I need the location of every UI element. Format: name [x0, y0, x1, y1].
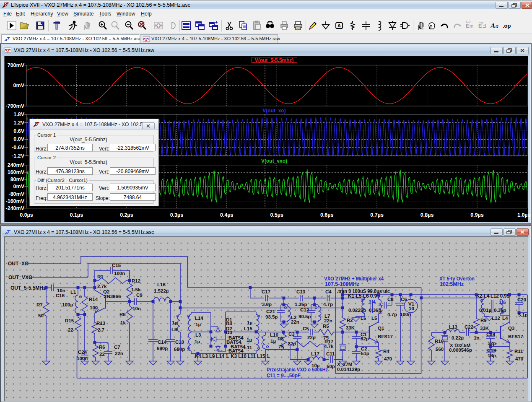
svg-text:1µ: 1µ	[195, 339, 200, 344]
svg-text:0.0225p: 0.0225p	[348, 308, 366, 313]
svg-text:R2: R2	[347, 318, 353, 323]
svg-text:C13: C13	[296, 289, 305, 294]
svg-text:1k: 1k	[120, 320, 126, 325]
svg-text:75: 75	[278, 344, 284, 349]
svg-text:.tran 0 100uS 99.0us uic: .tran 0 100uS 99.0us uic	[337, 288, 390, 294]
svg-text:50: 50	[38, 313, 44, 318]
svg-text:C9: C9	[136, 293, 143, 298]
svg-text:C15: C15	[112, 263, 121, 268]
svg-text:5.1p: 5.1p	[518, 312, 528, 317]
svg-text:L11: L11	[244, 345, 252, 350]
svg-text:10: 10	[409, 306, 414, 311]
svg-text:680p: 680p	[174, 347, 185, 352]
svg-text:C3: C3	[288, 332, 295, 337]
svg-text:C14: C14	[158, 340, 167, 345]
svg-text:22p: 22p	[307, 335, 316, 340]
svg-text:XT 5-ty Overton: XT 5-ty Overton	[439, 276, 475, 282]
svg-text:1µ: 1µ	[172, 320, 177, 325]
svg-text:10n: 10n	[132, 306, 141, 311]
svg-text:C8: C8	[387, 297, 394, 302]
svg-text:R6: R6	[99, 345, 105, 350]
svg-text:22: 22	[68, 327, 73, 332]
svg-text:C12: C12	[300, 307, 309, 312]
svg-text:107.5-108MHz: 107.5-108MHz	[325, 281, 359, 287]
svg-text:51p: 51p	[361, 351, 369, 356]
svg-text:560: 560	[436, 347, 444, 352]
svg-text:Q1: Q1	[378, 326, 384, 331]
svg-text:BFS17: BFS17	[378, 334, 393, 339]
svg-text:OUT_XO: OUT_XO	[8, 261, 29, 267]
svg-text:10n: 10n	[57, 288, 65, 293]
svg-text:3.6p: 3.6p	[262, 302, 272, 307]
svg-text:R7: R7	[36, 302, 43, 307]
svg-text:2.7k: 2.7k	[97, 284, 107, 289]
svg-text:L3: L3	[195, 332, 201, 337]
svg-text:C22: C22	[465, 324, 473, 329]
svg-text:R13: R13	[96, 321, 105, 326]
svg-text:C24: C24	[78, 350, 87, 355]
svg-text:L5: L5	[371, 316, 377, 321]
svg-text:C18: C18	[486, 332, 496, 337]
svg-text:0.36p: 0.36p	[369, 308, 381, 313]
svg-text:R3: R3	[278, 336, 284, 341]
svg-text:L1: L1	[70, 290, 76, 295]
svg-text:L15: L15	[244, 326, 252, 331]
svg-text:1µ: 1µ	[270, 339, 276, 344]
svg-text:1.35p: 1.35p	[295, 302, 307, 307]
svg-text:100n: 100n	[77, 356, 88, 361]
svg-text:L13: L13	[449, 324, 457, 329]
svg-text:Q3: Q3	[508, 326, 514, 331]
svg-text:1.522µ: 1.522µ	[154, 288, 169, 293]
svg-text:22n: 22n	[115, 351, 123, 356]
svg-text:100n: 100n	[114, 271, 125, 276]
svg-text:C11 = 9....50pF: C11 = 9....50pF	[267, 373, 301, 379]
svg-text:C21: C21	[266, 309, 275, 314]
svg-text:.100µ: .100µ	[61, 302, 73, 307]
svg-text:D3: D3	[226, 330, 232, 335]
svg-text:0.22µ: 0.22µ	[452, 335, 464, 340]
svg-text:1µ: 1µ	[247, 320, 252, 325]
svg-text:1n.: 1n.	[474, 335, 481, 340]
svg-text:0.014129p: 0.014129p	[337, 367, 360, 372]
svg-text:2.7: 2.7	[98, 327, 104, 332]
svg-text:1µ: 1µ	[195, 322, 201, 327]
svg-text:33K: 33K	[346, 325, 355, 330]
svg-text:C17: C17	[262, 289, 270, 294]
svg-text:K2 L4 L12 0.95: K2 L4 L12 0.95	[476, 293, 509, 299]
svg-text:R5: R5	[323, 324, 329, 329]
svg-text:D4: D4	[226, 321, 232, 326]
svg-text:470: 470	[384, 356, 392, 361]
svg-text:R15: R15	[65, 318, 74, 323]
svg-text:1µ: 1µ	[247, 337, 252, 342]
svg-text:VXO 27MHz + Multiplier x4: VXO 27MHz + Multiplier x4	[324, 276, 384, 282]
svg-text:22n: 22n	[324, 318, 332, 323]
svg-text:R4: R4	[383, 349, 389, 354]
svg-text:470: 470	[515, 356, 523, 361]
svg-text:18p: 18p	[488, 353, 496, 358]
svg-text:50p: 50p	[327, 364, 335, 369]
svg-text:1:6: 1:6	[499, 300, 506, 305]
svg-text:C4: C4	[325, 289, 332, 294]
svg-text:C7: C7	[114, 345, 120, 350]
svg-text:R14: R14	[89, 297, 98, 302]
svg-text:33K: 33K	[480, 326, 489, 331]
svg-text:R11: R11	[514, 349, 523, 354]
svg-text:L14: L14	[195, 316, 203, 321]
svg-text:0.01µ: 0.01µ	[479, 308, 491, 313]
svg-text:102.5MHz: 102.5MHz	[440, 281, 464, 287]
svg-text:L9: L9	[171, 327, 177, 332]
svg-text:OUT_VXO: OUT_VXO	[8, 275, 32, 280]
svg-text:93.5p: 93.5p	[265, 314, 278, 319]
svg-text:22: 22	[99, 352, 105, 357]
svg-text:4.7p: 4.7p	[387, 312, 397, 317]
svg-text:BAT54: BAT54	[228, 348, 244, 353]
svg-text:1:4: 1:4	[369, 299, 376, 304]
svg-text:R9: R9	[480, 318, 487, 323]
svg-text:L16: L16	[157, 282, 166, 287]
svg-text:4.7p: 4.7p	[323, 302, 333, 307]
svg-text:C5: C5	[303, 326, 309, 331]
svg-text:100: 100	[90, 305, 98, 310]
svg-text:C20: C20	[517, 297, 526, 302]
svg-text:R8: R8	[119, 312, 126, 317]
svg-text:X_27M: X_27M	[337, 362, 352, 367]
